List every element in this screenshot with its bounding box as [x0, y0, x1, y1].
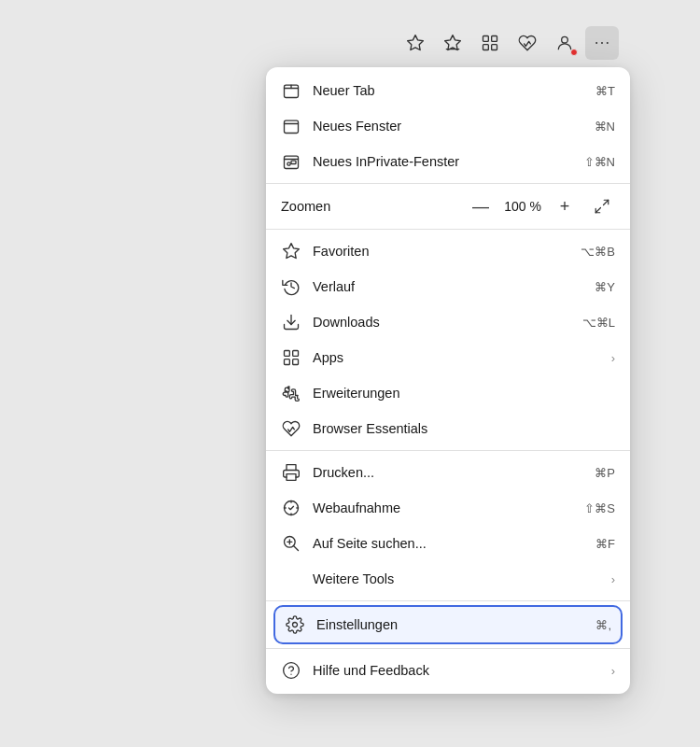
- favorites-item[interactable]: Favoriten ⌥⌘B: [266, 233, 630, 269]
- svg-rect-24: [285, 351, 290, 357]
- new-window-label: Neues Fenster: [313, 119, 583, 134]
- zoom-fullscreen-button[interactable]: [589, 193, 615, 219]
- browser-container: Neuer Tab ⌘T Neues Fenster ⌘N: [70, 19, 630, 67]
- new-tab-shortcut: ⌘T: [595, 84, 615, 98]
- settings-shortcut: ⌘,: [595, 618, 611, 632]
- svg-marker-1: [445, 35, 461, 50]
- zoom-out-button[interactable]: —: [468, 193, 494, 219]
- find-item[interactable]: Auf Seite suchen... ⌘F: [266, 526, 630, 561]
- grid-icon: [481, 34, 499, 52]
- print-label: Drucken...: [313, 465, 583, 480]
- profile-button[interactable]: [548, 26, 581, 60]
- web-capture-item[interactable]: Webaufnahme ⇧⌘S: [266, 490, 630, 526]
- settings-item[interactable]: Einstellungen ⌘,: [273, 605, 623, 644]
- zoom-label: Zoomen: [281, 199, 468, 214]
- new-window-shortcut: ⌘N: [595, 120, 615, 134]
- new-window-icon: [281, 116, 301, 136]
- heart-pulse-icon: [518, 34, 537, 52]
- svg-line-21: [595, 208, 600, 213]
- downloads-shortcut: ⌥⌘L: [582, 316, 615, 330]
- extensions-label: Erweiterungen: [313, 386, 615, 401]
- web-capture-shortcut: ⇧⌘S: [584, 501, 615, 515]
- new-tab-icon: [281, 80, 301, 101]
- svg-point-8: [595, 42, 597, 44]
- svg-marker-0: [408, 35, 424, 50]
- browser-essentials-toolbar-button[interactable]: [511, 26, 544, 60]
- svg-rect-26: [285, 359, 290, 365]
- zoom-value: 100 %: [501, 199, 544, 214]
- divider-2: [266, 229, 630, 230]
- web-capture-icon: [281, 498, 301, 518]
- downloads-item[interactable]: Downloads ⌥⌘L: [266, 304, 630, 340]
- settings-menu: Neuer Tab ⌘T Neues Fenster ⌘N: [266, 67, 630, 694]
- divider-5: [266, 648, 630, 649]
- new-inprivate-item[interactable]: Neues InPrivate-Fenster ⇧⌘N: [266, 144, 630, 179]
- history-label: Verlauf: [313, 279, 583, 294]
- zoom-in-button[interactable]: +: [552, 193, 578, 219]
- apps-arrow: ›: [611, 351, 615, 365]
- zoom-controls: — 100 % +: [468, 193, 615, 219]
- history-item[interactable]: Verlauf ⌘Y: [266, 269, 630, 304]
- zoom-row: Zoomen — 100 % +: [266, 188, 630, 225]
- svg-rect-28: [287, 474, 296, 481]
- print-item[interactable]: Drucken... ⌘P: [266, 455, 630, 490]
- svg-rect-14: [285, 120, 299, 133]
- divider-4: [266, 600, 630, 601]
- favorites-icon: [281, 241, 301, 261]
- browser-essentials-icon: [281, 418, 301, 439]
- print-shortcut: ⌘P: [595, 466, 615, 480]
- apps-item[interactable]: Apps ›: [266, 340, 630, 375]
- find-shortcut: ⌘F: [595, 537, 615, 551]
- add-favorite-button[interactable]: [399, 26, 432, 60]
- workspaces-button[interactable]: [473, 26, 507, 60]
- more-tools-arrow: ›: [611, 572, 615, 586]
- divider-1: [266, 183, 630, 184]
- star-icon: [406, 34, 425, 52]
- svg-rect-27: [293, 359, 299, 365]
- more-tools-item[interactable]: Weitere Tools ›: [266, 561, 630, 597]
- downloads-icon: [281, 312, 301, 332]
- svg-marker-22: [284, 244, 300, 259]
- inprivate-icon: [281, 151, 301, 172]
- svg-rect-19: [291, 161, 296, 163]
- more-tools-icon: [281, 569, 301, 589]
- help-label: Hilfe und Feedback: [313, 663, 600, 678]
- settings-label: Einstellungen: [316, 617, 584, 632]
- svg-rect-4: [492, 36, 497, 42]
- svg-point-34: [293, 623, 298, 627]
- profile-notification-dot: [570, 49, 578, 56]
- star-list-icon: [443, 34, 462, 52]
- svg-point-10: [607, 42, 609, 44]
- svg-point-7: [562, 36, 568, 43]
- svg-point-35: [284, 663, 300, 679]
- fullscreen-icon: [594, 198, 610, 215]
- browser-essentials-item[interactable]: Browser Essentials: [266, 411, 630, 446]
- print-icon: [281, 462, 301, 483]
- favorites-label: Favoriten: [313, 244, 569, 259]
- svg-line-20: [604, 200, 609, 204]
- find-icon: [281, 533, 301, 554]
- downloads-label: Downloads: [313, 315, 571, 330]
- new-inprivate-shortcut: ⇧⌘N: [584, 155, 615, 169]
- settings-icon: [285, 614, 305, 635]
- more-settings-button[interactable]: [585, 26, 619, 60]
- browser-essentials-label: Browser Essentials: [313, 421, 615, 436]
- svg-point-9: [601, 42, 603, 44]
- new-window-item[interactable]: Neues Fenster ⌘N: [266, 108, 630, 144]
- new-inprivate-label: Neues InPrivate-Fenster: [313, 154, 573, 169]
- help-item[interactable]: Hilfe und Feedback ›: [266, 653, 630, 688]
- history-icon: [281, 276, 301, 297]
- apps-label: Apps: [313, 350, 600, 365]
- new-tab-item[interactable]: Neuer Tab ⌘T: [266, 73, 630, 108]
- svg-point-18: [287, 162, 290, 165]
- zoom-plus-symbol: +: [560, 197, 570, 217]
- extensions-item[interactable]: Erweiterungen: [266, 375, 630, 411]
- reading-list-button[interactable]: [436, 26, 469, 60]
- zoom-minus-symbol: —: [472, 197, 489, 217]
- divider-3: [266, 450, 630, 451]
- new-tab-label: Neuer Tab: [313, 83, 584, 98]
- find-label: Auf Seite suchen...: [313, 536, 584, 551]
- help-arrow: ›: [611, 664, 615, 678]
- more-tools-label: Weitere Tools: [313, 571, 600, 586]
- apps-icon: [281, 347, 301, 368]
